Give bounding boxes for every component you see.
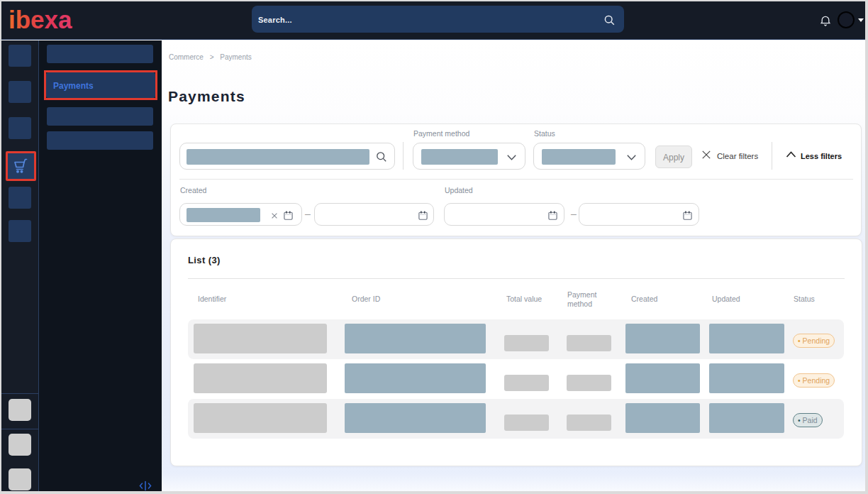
svg-text:ibexa: ibexa	[9, 7, 72, 33]
